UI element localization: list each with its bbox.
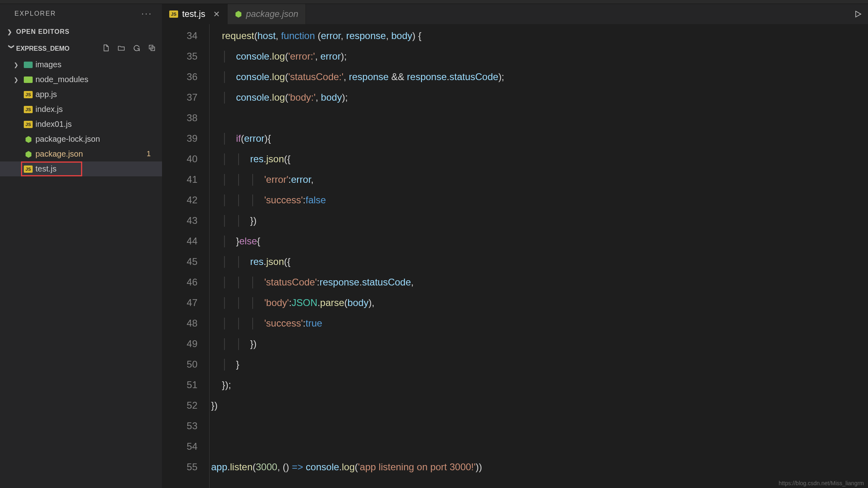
- explorer-sidebar: EXPLORER ··· ❯ OPEN EDITORS ❯ EXPRESS_DE…: [0, 4, 162, 488]
- file-tree: ❯ images ❯ node_modules JS app.js JS ind…: [0, 57, 162, 176]
- file-package-json[interactable]: ⬢ package.json 1: [0, 147, 162, 161]
- file-index-js[interactable]: JS index.js: [0, 102, 162, 117]
- watermark: https://blog.csdn.net/Miss_liangrm: [779, 480, 864, 486]
- chevron-right-icon: ❯: [14, 62, 23, 68]
- file-label: index01.js: [35, 120, 72, 129]
- file-app-js[interactable]: JS app.js: [0, 87, 162, 102]
- chevron-down-icon: ❯: [8, 44, 15, 53]
- tab-package-json[interactable]: ⬢ package.json: [228, 4, 306, 24]
- project-label: EXPRESS_DEMO: [16, 45, 69, 52]
- project-section[interactable]: ❯ EXPRESS_DEMO: [0, 40, 162, 57]
- problems-badge: 1: [147, 150, 151, 158]
- file-index01-js[interactable]: JS index01.js: [0, 117, 162, 132]
- file-test-js[interactable]: JS test.js: [0, 161, 162, 176]
- chevron-right-icon: ❯: [14, 77, 23, 83]
- file-label: test.js: [35, 164, 56, 174]
- tab-bar: JS test.js ✕ ⬢ package.json: [162, 4, 868, 24]
- refresh-icon[interactable]: [132, 44, 141, 54]
- tab-label: package.json: [246, 9, 298, 19]
- folder-images[interactable]: ❯ images: [0, 57, 162, 72]
- explorer-more-icon[interactable]: ···: [141, 8, 152, 19]
- open-editors-label: OPEN EDITORS: [16, 28, 70, 35]
- tab-label: test.js: [182, 9, 205, 19]
- explorer-title: EXPLORER: [15, 10, 56, 17]
- close-icon[interactable]: ✕: [213, 9, 220, 19]
- folder-icon: [23, 62, 34, 68]
- chevron-right-icon: ❯: [7, 29, 16, 35]
- code-editor[interactable]: 3435363738394041424344454647484950515253…: [162, 24, 868, 488]
- js-icon: JS: [23, 121, 34, 128]
- node-icon: ⬢: [235, 9, 242, 19]
- titlebar-gap: [0, 0, 868, 4]
- node-icon: ⬢: [23, 134, 34, 144]
- open-editors-section[interactable]: ❯ OPEN EDITORS: [0, 23, 162, 40]
- file-label: app.js: [35, 90, 57, 99]
- js-icon: JS: [23, 165, 34, 173]
- file-label: package.json: [35, 149, 83, 159]
- folder-label: node_modules: [35, 75, 88, 84]
- line-number-gutter: 3435363738394041424344454647484950515253…: [162, 24, 207, 488]
- file-package-lock-json[interactable]: ⬢ package-lock.json: [0, 132, 162, 147]
- folder-label: images: [35, 60, 61, 69]
- node-icon: ⬢: [23, 149, 34, 159]
- tab-test-js[interactable]: JS test.js ✕: [162, 4, 228, 24]
- code-content[interactable]: request(host, function (error, response,…: [210, 24, 868, 488]
- collapse-icon[interactable]: [147, 44, 156, 54]
- file-label: package-lock.json: [35, 134, 100, 144]
- js-icon: JS: [23, 91, 34, 98]
- file-label: index.js: [35, 105, 63, 114]
- js-icon: JS: [23, 106, 34, 113]
- folder-icon: [23, 77, 34, 83]
- run-icon[interactable]: [848, 4, 868, 24]
- folder-node-modules[interactable]: ❯ node_modules: [0, 72, 162, 87]
- js-icon: JS: [169, 10, 178, 18]
- editor-area: JS test.js ✕ ⬢ package.json 343536373839…: [162, 4, 868, 488]
- new-folder-icon[interactable]: [117, 44, 126, 54]
- new-file-icon[interactable]: [102, 44, 110, 54]
